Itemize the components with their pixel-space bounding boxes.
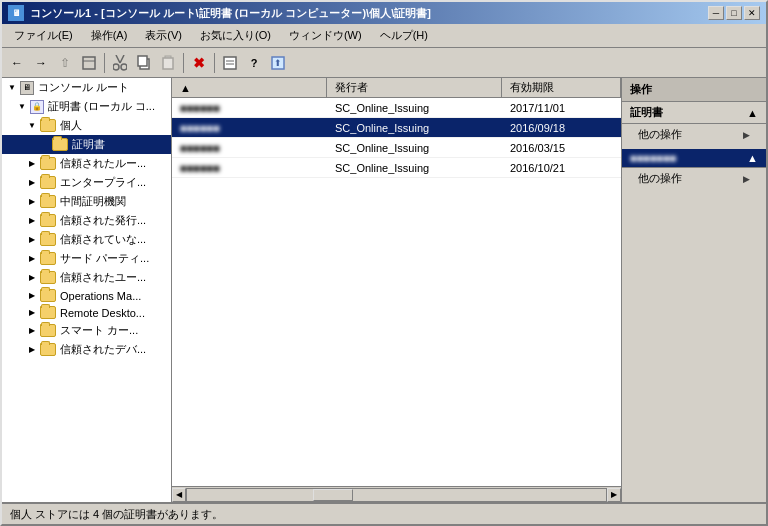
tree-label-trusted-user: 信頼されたユー... xyxy=(60,270,146,285)
expander-trusted-pub: ▶ xyxy=(26,215,38,227)
cell-name-2: ■■■■■■ xyxy=(172,140,327,156)
forward-button[interactable]: → xyxy=(30,52,52,74)
tree-item-third-party[interactable]: ▶ サード パーティ... xyxy=(2,249,171,268)
action-other-ops-1[interactable]: 他の操作 ▶ xyxy=(622,168,766,189)
action-section-cert-label: 証明書 xyxy=(630,105,663,120)
svg-rect-0 xyxy=(83,57,95,69)
tree-item-trusted-user[interactable]: ▶ 信頼されたユー... xyxy=(2,268,171,287)
list-row[interactable]: ■■■■■■ SC_Online_Issuing 2016/09/18 xyxy=(172,118,621,138)
scrollbar-track[interactable] xyxy=(186,488,607,502)
tree-item-intermediate[interactable]: ▶ 中間証明機関 xyxy=(2,192,171,211)
action-other-ops-1-label: 他の操作 xyxy=(638,171,682,186)
tree-item-trusted-pub[interactable]: ▶ 信頼された発行... xyxy=(2,211,171,230)
action-section-selected-title[interactable]: ■■■■■■■ ▲ xyxy=(622,149,766,168)
show-hide-button[interactable] xyxy=(78,52,100,74)
copy-button[interactable] xyxy=(133,52,155,74)
col-header-expiry[interactable]: 有効期限 xyxy=(502,78,621,97)
menu-favorites[interactable]: お気に入り(O) xyxy=(192,26,279,45)
up-button[interactable]: ⇧ xyxy=(54,52,76,74)
help-button[interactable]: ? xyxy=(243,52,265,74)
expander-third-party: ▶ xyxy=(26,253,38,265)
tree-item-untrusted[interactable]: ▶ 信頼されていな... xyxy=(2,230,171,249)
action-other-ops-0[interactable]: 他の操作 ▶ xyxy=(622,124,766,145)
close-button[interactable]: ✕ xyxy=(744,6,760,20)
tree-label-enterprise: エンタープライ... xyxy=(60,175,146,190)
tree-item-certstore[interactable]: ▼ 🔒 証明書 (ローカル コ... xyxy=(2,97,171,116)
cell-issuer-2: SC_Online_Issuing xyxy=(327,140,502,156)
col-header-name-label: ▲ xyxy=(180,82,191,94)
col-header-issuer[interactable]: 発行者 xyxy=(327,78,502,97)
folder-remote-desktop-icon xyxy=(40,306,56,319)
title-bar: 🖥 コンソール1 - [コンソール ルート\証明書 (ローカル コンピューター)… xyxy=(2,2,766,24)
tree-item-trusted-device[interactable]: ▶ 信頼されたデバ... xyxy=(2,340,171,359)
cut-button[interactable] xyxy=(109,52,131,74)
col-header-issuer-label: 発行者 xyxy=(335,80,368,95)
window-title: コンソール1 - [コンソール ルート\証明書 (ローカル コンピューター)\個… xyxy=(30,6,431,21)
cell-expiry-2: 2016/03/15 xyxy=(502,140,621,156)
expander-root: ▼ xyxy=(6,82,18,94)
maximize-button[interactable]: □ xyxy=(726,6,742,20)
expander-personal: ▼ xyxy=(26,120,38,132)
scrollbar-thumb[interactable] xyxy=(313,489,353,501)
tree-item-remote-desktop[interactable]: ▶ Remote Deskto... xyxy=(2,304,171,321)
action-section-cert-title[interactable]: 証明書 ▲ xyxy=(622,102,766,124)
menu-view[interactable]: 表示(V) xyxy=(137,26,190,45)
certstore-icon: 🔒 xyxy=(30,100,44,114)
status-bar: 個人 ストアには 4 個の証明書があります。 xyxy=(2,502,766,524)
folder-trusted-user-icon xyxy=(40,271,56,284)
folder-operations-icon xyxy=(40,289,56,302)
tree-item-trusted-root[interactable]: ▶ 信頼されたルー... xyxy=(2,154,171,173)
export-button[interactable]: ⬆ xyxy=(267,52,289,74)
arrow-right-icon-1: ▶ xyxy=(743,174,750,184)
minimize-button[interactable]: ─ xyxy=(708,6,724,20)
scroll-left-btn[interactable]: ◀ xyxy=(172,488,186,502)
tree-label-smart-card: スマート カー... xyxy=(60,323,138,338)
back-button[interactable]: ← xyxy=(6,52,28,74)
tree-label-trusted-root: 信頼されたルー... xyxy=(60,156,146,171)
main-content: ▼ 🖥 コンソール ルート ▼ 🔒 証明書 (ローカル コ... ▼ 個人 証明… xyxy=(2,78,766,502)
properties-button[interactable] xyxy=(219,52,241,74)
action-section-selected-label: ■■■■■■■ xyxy=(630,152,677,164)
svg-line-2 xyxy=(116,55,120,63)
list-row[interactable]: ■■■■■■ SC_Online_Issuing 2016/03/15 xyxy=(172,138,621,158)
list-row[interactable]: ■■■■■■ SC_Online_Issuing 2016/10/21 xyxy=(172,158,621,178)
expander-trusted-device: ▶ xyxy=(26,344,38,356)
folder-trusted-root-icon xyxy=(40,157,56,170)
actions-header: 操作 xyxy=(622,78,766,102)
tree-panel: ▼ 🖥 コンソール ルート ▼ 🔒 証明書 (ローカル コ... ▼ 個人 証明… xyxy=(2,78,172,502)
delete-button[interactable]: ✖ xyxy=(188,52,210,74)
tree-item-root[interactable]: ▼ 🖥 コンソール ルート xyxy=(2,78,171,97)
tree-label-intermediate: 中間証明機関 xyxy=(60,194,126,209)
menu-file[interactable]: ファイル(E) xyxy=(6,26,81,45)
folder-smart-card-icon xyxy=(40,324,56,337)
col-header-name[interactable]: ▲ xyxy=(172,78,327,97)
horizontal-scrollbar[interactable]: ◀ ▶ xyxy=(172,486,621,502)
svg-line-3 xyxy=(120,55,124,63)
svg-text:⬆: ⬆ xyxy=(274,58,282,68)
tree-item-certs[interactable]: 証明書 xyxy=(2,135,171,154)
tree-label-third-party: サード パーティ... xyxy=(60,251,149,266)
svg-rect-7 xyxy=(138,56,147,66)
expander-operations: ▶ xyxy=(26,290,38,302)
folder-enterprise-icon xyxy=(40,176,56,189)
cell-name-0: ■■■■■■ xyxy=(172,100,327,116)
expander-trusted-root: ▶ xyxy=(26,158,38,170)
folder-trusted-device-icon xyxy=(40,343,56,356)
paste-button[interactable] xyxy=(157,52,179,74)
scroll-right-btn[interactable]: ▶ xyxy=(607,488,621,502)
tree-item-enterprise[interactable]: ▶ エンタープライ... xyxy=(2,173,171,192)
expander-intermediate: ▶ xyxy=(26,196,38,208)
blurred-name-1: ■■■■■■ xyxy=(180,122,220,134)
tree-item-personal[interactable]: ▼ 個人 xyxy=(2,116,171,135)
tree-item-operations[interactable]: ▶ Operations Ma... xyxy=(2,287,171,304)
menu-help[interactable]: ヘルプ(H) xyxy=(372,26,436,45)
cell-issuer-1: SC_Online_Issuing xyxy=(327,120,502,136)
actions-panel: 操作 証明書 ▲ 他の操作 ▶ ■■■■■■■ ▲ xyxy=(621,78,766,502)
action-section-cert: 証明書 ▲ 他の操作 ▶ xyxy=(622,102,766,145)
separator-2 xyxy=(183,53,184,73)
menu-action[interactable]: 操作(A) xyxy=(83,26,136,45)
menu-window[interactable]: ウィンドウ(W) xyxy=(281,26,370,45)
list-row[interactable]: ■■■■■■ SC_Online_Issuing 2017/11/01 xyxy=(172,98,621,118)
tree-item-smart-card[interactable]: ▶ スマート カー... xyxy=(2,321,171,340)
tree-label-certs: 証明書 xyxy=(72,137,105,152)
